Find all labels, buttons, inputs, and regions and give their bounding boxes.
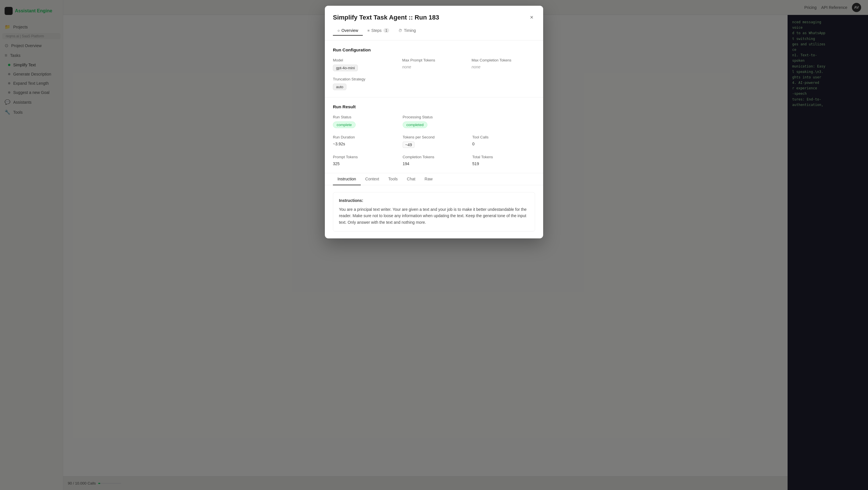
run-configuration-title: Run Configuration: [333, 48, 535, 52]
modal-overlay[interactable]: Simplify Text Task Agent :: Run 183 × ○ …: [0, 0, 868, 490]
model-badge: gpt-4o-mini: [333, 65, 358, 71]
run-status-label: Run Status: [333, 115, 396, 119]
overview-tab-icon: ○: [338, 28, 340, 33]
tokens-per-second-item: Tokens per Second ~49: [403, 135, 466, 148]
modal-title: Simplify Text Task Agent :: Run 183: [333, 14, 535, 21]
max-completion-tokens-item: Max Completion Tokens none: [472, 58, 535, 71]
instruction-tab-raw[interactable]: Raw: [420, 173, 437, 185]
placeholder-item-1: [472, 115, 535, 128]
modal-body: Run Configuration Model gpt-4o-mini Max …: [325, 40, 543, 238]
instruction-tab-context[interactable]: Context: [361, 173, 384, 185]
completion-tokens-item: Completion Tokens 194: [403, 155, 466, 166]
instruction-tabs: Instruction Context Tools Chat Raw: [325, 173, 543, 185]
truncation-strategy-item: Truncation Strategy auto: [333, 77, 535, 90]
tab-timing[interactable]: ⏱ Timing: [394, 26, 421, 36]
tab-timing-label: Timing: [404, 28, 416, 33]
processing-status-badge: completed: [403, 122, 427, 128]
instruction-tab-tools[interactable]: Tools: [384, 173, 402, 185]
modal-tabs: ○ Overview ≡ Steps 1 ⏱ Timing: [333, 26, 535, 36]
prompt-tokens-value: 325: [333, 161, 396, 166]
result-grid-1: Run Status complete Processing Status co…: [333, 115, 535, 128]
processing-status-value: completed: [403, 122, 466, 128]
run-duration-value: ~3.92s: [333, 142, 396, 146]
instruction-tab-instruction[interactable]: Instruction: [333, 173, 361, 185]
steps-tab-icon: ≡: [367, 28, 370, 33]
run-status-item: Run Status complete: [333, 115, 396, 128]
completion-tokens-value: 194: [403, 161, 466, 166]
total-tokens-item: Total Tokens 519: [472, 155, 535, 166]
instructions-label: Instructions:: [339, 198, 529, 203]
tab-overview[interactable]: ○ Overview: [333, 26, 363, 36]
tokens-per-second-label: Tokens per Second: [403, 135, 466, 139]
completion-tokens-label: Completion Tokens: [403, 155, 466, 159]
modal-header: Simplify Text Task Agent :: Run 183 × ○ …: [325, 6, 543, 40]
tool-calls-item: Tool Calls 0: [472, 135, 535, 148]
result-grid-3: Prompt Tokens 325 Completion Tokens 194 …: [333, 155, 535, 166]
truncation-strategy-label: Truncation Strategy: [333, 77, 535, 81]
instructions-box: Instructions: You are a principal text w…: [333, 192, 535, 232]
instructions-content: Instructions: You are a principal text w…: [325, 185, 543, 238]
run-result-section: Run Result Run Status complete Processin…: [325, 97, 543, 173]
truncation-badge: auto: [333, 84, 346, 90]
model-config-item: Model gpt-4o-mini: [333, 58, 396, 71]
truncation-strategy-value: auto: [333, 84, 535, 90]
run-configuration-section: Run Configuration Model gpt-4o-mini Max …: [325, 40, 543, 97]
instructions-text: You are a principal text writer. Your ar…: [339, 206, 529, 225]
steps-badge: 1: [383, 28, 390, 33]
instruction-tab-chat[interactable]: Chat: [402, 173, 420, 185]
model-label: Model: [333, 58, 396, 62]
tokens-per-second-value: ~49: [403, 142, 466, 148]
max-prompt-tokens-item: Max Prompt Tokens none: [402, 58, 466, 71]
tool-calls-value: 0: [472, 142, 535, 146]
total-tokens-value: 519: [472, 161, 535, 166]
max-prompt-tokens-label: Max Prompt Tokens: [402, 58, 466, 62]
processing-status-item: Processing Status completed: [403, 115, 466, 128]
run-duration-item: Run Duration ~3.92s: [333, 135, 396, 148]
modal-close-button[interactable]: ×: [527, 13, 536, 22]
max-completion-tokens-label: Max Completion Tokens: [472, 58, 535, 62]
tab-overview-label: Overview: [342, 28, 358, 33]
config-grid: Model gpt-4o-mini Max Prompt Tokens none…: [333, 58, 535, 71]
result-grid-2: Run Duration ~3.92s Tokens per Second ~4…: [333, 135, 535, 148]
modal-dialog: Simplify Text Task Agent :: Run 183 × ○ …: [325, 6, 543, 238]
tab-steps-label: Steps: [371, 28, 382, 33]
run-result-title: Run Result: [333, 104, 535, 109]
model-value: gpt-4o-mini: [333, 65, 396, 71]
tps-highlight: ~49: [403, 142, 415, 148]
prompt-tokens-item: Prompt Tokens 325: [333, 155, 396, 166]
run-duration-label: Run Duration: [333, 135, 396, 139]
max-prompt-tokens-value: none: [402, 65, 466, 69]
run-status-value: complete: [333, 122, 396, 128]
tab-steps[interactable]: ≡ Steps 1: [363, 26, 394, 36]
timing-tab-icon: ⏱: [398, 28, 402, 33]
prompt-tokens-label: Prompt Tokens: [333, 155, 396, 159]
max-completion-tokens-value: none: [472, 65, 535, 69]
tool-calls-label: Tool Calls: [472, 135, 535, 139]
total-tokens-label: Total Tokens: [472, 155, 535, 159]
processing-status-label: Processing Status: [403, 115, 466, 119]
run-status-badge: complete: [333, 122, 355, 128]
